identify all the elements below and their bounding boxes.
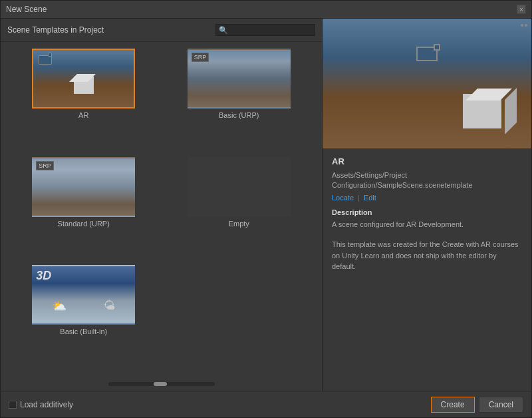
- scene-name: AR: [332, 156, 522, 166]
- template-thumbnail-standard-urp[interactable]: SRP: [32, 157, 135, 217]
- preview-dot-1: [521, 24, 523, 27]
- template-label-standard-urp: Standard (URP): [58, 220, 110, 228]
- badge-srp-basic: SRP: [192, 53, 209, 62]
- left-header: Scene Templates in Project 🔍: [1, 19, 322, 42]
- scene-links: Locate | Edit: [332, 194, 522, 202]
- search-box[interactable]: 🔍: [215, 24, 315, 36]
- bottom-bar: Load additively Create Cancel: [1, 391, 531, 417]
- link-separator: |: [358, 194, 360, 202]
- template-item-standard-urp[interactable]: SRP Standard (URP): [7, 157, 160, 263]
- description-line1: A scene configured for AR Development.: [332, 219, 522, 230]
- cancel-button[interactable]: Cancel: [479, 397, 523, 413]
- load-additively-container: Load additively: [9, 400, 73, 409]
- badge-srp-standard: SRP: [36, 161, 54, 170]
- template-thumbnail-empty[interactable]: [188, 157, 291, 217]
- dialog-body: Scene Templates in Project 🔍: [1, 19, 531, 391]
- dialog-title: New Scene: [6, 5, 47, 14]
- cloud-icon: ⛅: [52, 299, 66, 314]
- info-area: AR Assets/Settings/Project Configuration…: [323, 148, 531, 391]
- scroll-track[interactable]: [108, 382, 215, 386]
- scene-path: Assets/Settings/Project Configuration/Sa…: [332, 170, 522, 191]
- template-label-ar: AR: [78, 111, 88, 119]
- template-thumbnail-basic-builtin[interactable]: 3D ⛅ 🌤: [32, 265, 135, 325]
- locate-link[interactable]: Locate: [332, 194, 354, 202]
- load-additively-checkbox[interactable]: [9, 401, 17, 409]
- bottom-buttons: Create Cancel: [431, 397, 523, 413]
- template-item-basic-urp[interactable]: SRP Basic (URP): [163, 49, 316, 154]
- template-thumbnail-ar[interactable]: [32, 49, 135, 108]
- template-label-empty: Empty: [229, 220, 249, 228]
- preview-controls: [521, 24, 527, 27]
- new-scene-dialog: New Scene × Scene Templates in Project 🔍: [0, 0, 532, 418]
- edit-link[interactable]: Edit: [364, 194, 376, 202]
- close-button[interactable]: ×: [517, 5, 526, 14]
- weather-icons: ⛅ 🌤: [33, 299, 134, 314]
- search-icon: 🔍: [219, 26, 228, 35]
- title-bar: New Scene ×: [1, 1, 531, 19]
- create-button[interactable]: Create: [431, 397, 475, 413]
- ar-camera-icon: [39, 55, 52, 65]
- template-item-basic-builtin[interactable]: 3D ⛅ 🌤 Basic (Built-in): [7, 265, 160, 371]
- right-panel: AR Assets/Settings/Project Configuration…: [323, 19, 531, 391]
- load-additively-label: Load additively: [20, 400, 73, 409]
- template-thumbnail-basic-urp[interactable]: SRP: [188, 49, 291, 108]
- sun-icon: 🌤: [104, 299, 116, 314]
- template-item-empty[interactable]: Empty: [163, 157, 316, 263]
- preview-cube-side: [505, 88, 517, 134]
- scroll-indicator: [1, 377, 322, 391]
- left-panel: Scene Templates in Project 🔍: [1, 19, 323, 391]
- left-panel-title: Scene Templates in Project: [7, 25, 104, 35]
- preview-area: [323, 19, 531, 148]
- scroll-thumb[interactable]: [154, 382, 167, 386]
- description-header: Description: [332, 208, 522, 216]
- ar-camera-lens: [48, 53, 52, 57]
- template-grid: AR SRP Basic (URP) SRP Standard (URP): [1, 42, 322, 377]
- template-label-basic-builtin: Basic (Built-in): [60, 327, 107, 335]
- badge-3d-basic: 3D: [36, 269, 51, 283]
- template-item-ar[interactable]: AR: [7, 49, 160, 154]
- preview-camera-lens: [434, 44, 440, 51]
- template-label-basic-urp: Basic (URP): [219, 111, 259, 119]
- preview-dot-2: [525, 24, 527, 27]
- description-line2: This template was created for the Create…: [332, 239, 522, 272]
